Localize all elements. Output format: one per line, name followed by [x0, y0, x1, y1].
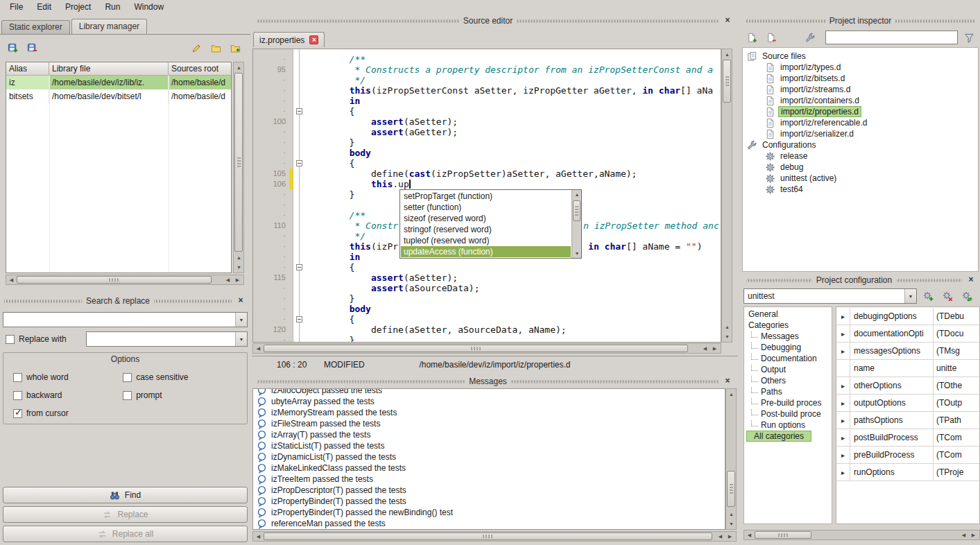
checkbox[interactable] [13, 409, 22, 418]
expand-arrow[interactable]: ▸ [836, 447, 850, 463]
property-row-debugingOptions[interactable]: ▸debugingOptions(TDebu [836, 308, 979, 325]
add-library-button[interactable] [4, 40, 21, 56]
message-item[interactable]: izMemoryStream passed the tests [253, 407, 725, 418]
completion-item[interactable]: setter (function) [401, 202, 571, 213]
property-row-messagesOptions[interactable]: ▸messagesOptions(TMsg [836, 343, 979, 360]
tree-node-file[interactable]: import/iz/containers.d [743, 95, 978, 106]
scroll-down-button[interactable]: ▼ [234, 263, 243, 272]
panel-grip[interactable] [154, 300, 232, 303]
menu-item-window[interactable]: Window [127, 1, 171, 12]
scroll-right-button[interactable]: ▶ [233, 275, 242, 284]
library-vscrollbar[interactable]: ▲ ▲ ▼ [233, 62, 244, 273]
message-item[interactable]: izPropertyBinder(T) passed the tests [253, 496, 725, 507]
property-row-documentationOpti[interactable]: ▸documentationOpti(TDocu [836, 325, 979, 343]
replace-button[interactable]: Replace [3, 506, 248, 523]
scroll-up-button[interactable]: ▲ [572, 190, 582, 199]
menu-item-edit[interactable]: Edit [30, 1, 58, 12]
scrollbar-thumb[interactable] [264, 533, 712, 540]
panel-grip[interactable] [895, 19, 974, 23]
replace-with-option[interactable]: Replace with [6, 334, 67, 344]
category-output[interactable]: Output [744, 364, 832, 375]
chevron-down-icon[interactable]: ▼ [904, 289, 916, 303]
editor-vscrollbar[interactable]: ▲ ▲ ▼ [721, 49, 732, 343]
expand-arrow[interactable]: ▸ [836, 395, 850, 411]
category-run-options[interactable]: Run options [744, 419, 832, 431]
category-post-build-proce[interactable]: Post-build proce [744, 408, 832, 419]
add-file-button[interactable] [743, 29, 760, 46]
fold-marker[interactable] [296, 264, 302, 270]
category-all-categories[interactable]: All categories [744, 431, 832, 442]
property-row-preBuildProcess[interactable]: ▸preBuildProcess(TCom [836, 447, 979, 464]
panel-grip[interactable] [896, 279, 962, 282]
message-item[interactable]: izStaticList(T) passed the tests [253, 440, 725, 451]
completion-item[interactable]: setPropTarget (function) [401, 191, 571, 202]
scrollbar-thumb[interactable] [723, 60, 731, 103]
tab-library-manager[interactable]: Library manager [71, 19, 147, 34]
filter-button[interactable] [961, 29, 977, 46]
replace-term-combobox[interactable]: ▼ [86, 331, 248, 347]
add-library-from-project-button[interactable] [227, 40, 243, 56]
checkbox[interactable] [13, 373, 22, 382]
message-item[interactable]: izArray(T) passed the tests [253, 429, 725, 440]
category-others[interactable]: Others [744, 375, 832, 386]
message-item[interactable]: izPropertyBinder(T) passed the newBindin… [253, 507, 725, 518]
configuration-hscrollbar[interactable]: ◀ ◀ ▶ [743, 530, 980, 540]
tree-node-configurations[interactable]: Configurations [743, 139, 978, 150]
tree-node-source-files[interactable]: Source files [743, 51, 978, 62]
panel-grip[interactable] [746, 279, 812, 282]
property-row-runOptions[interactable]: ▸runOptions(TProje [836, 464, 979, 481]
editor-hscrollbar[interactable]: ◀ ◀ ▶ [252, 343, 721, 354]
scroll-up-button[interactable]: ▲ [723, 50, 732, 59]
property-row-name[interactable]: nameunitte [836, 360, 979, 377]
expand-arrow[interactable]: ▸ [836, 377, 850, 394]
chevron-down-icon[interactable]: ▼ [235, 313, 247, 327]
property-row-otherOptions[interactable]: ▸otherOptions(TOthe [836, 377, 979, 395]
scroll-down-button[interactable]: ▼ [727, 519, 736, 528]
tree-node-configuration[interactable]: debug [743, 162, 978, 173]
column-header-sources-root[interactable]: Sources root [169, 62, 232, 75]
remove-file-button[interactable] [763, 29, 780, 46]
close-panel-button[interactable]: × [723, 377, 732, 386]
close-panel-button[interactable]: × [723, 16, 732, 26]
checkbox[interactable] [13, 391, 22, 400]
scroll-left-button[interactable]: ◀ [7, 275, 16, 284]
property-row-postBuildProcess[interactable]: ▸postBuildProcess(TCom [836, 429, 979, 447]
completion-item[interactable]: stringof (reserved word) [401, 224, 571, 235]
scroll-up-button[interactable]: ▲ [727, 390, 736, 399]
expand-arrow[interactable]: ▸ [836, 464, 850, 481]
search-term-combobox[interactable]: ▼ [3, 312, 248, 327]
library-hscrollbar[interactable]: ◀ ◀ ▶ [6, 275, 244, 285]
property-row-pathsOptions[interactable]: ▸pathsOptions(TPath [836, 412, 979, 429]
tree-node-file[interactable]: import/iz/serializer.d [743, 128, 978, 139]
open-library-file-button[interactable] [207, 40, 224, 56]
remove-library-button[interactable] [24, 40, 40, 56]
delete-configuration-button[interactable] [939, 288, 956, 304]
scroll-right-button[interactable]: ▶ [710, 344, 719, 353]
message-item[interactable]: izMakeLinkedClass passed the tests [253, 462, 725, 474]
checkbox[interactable] [123, 373, 132, 382]
expand-arrow[interactable]: ▸ [836, 325, 850, 342]
scrollbar-thumb[interactable] [234, 73, 243, 252]
tree-node-configuration[interactable]: unittest (active) [743, 173, 978, 184]
close-tab-button[interactable]: × [309, 35, 318, 44]
configuration-selector[interactable]: unittest ▼ [743, 288, 917, 304]
option-backward[interactable]: backward [13, 390, 123, 400]
tree-node-configuration[interactable]: release [743, 150, 978, 162]
project-tools-button[interactable] [802, 29, 818, 46]
fold-marker[interactable] [296, 316, 302, 322]
message-item[interactable]: izAllocObject passed the tests [253, 388, 725, 396]
category-categories[interactable]: Categories [744, 320, 832, 331]
category-pre-build-proces[interactable]: Pre-build proces [744, 397, 832, 408]
scroll-left-button[interactable]: ◀ [716, 532, 725, 541]
menu-item-run[interactable]: Run [98, 1, 127, 12]
panel-grip[interactable] [746, 19, 825, 23]
message-item[interactable]: referenceMan passed the tests [253, 518, 725, 529]
scroll-right-button[interactable]: ▶ [725, 532, 734, 541]
completion-item[interactable]: sizeof (reserved word) [401, 213, 571, 224]
menu-item-project[interactable]: Project [58, 1, 98, 12]
category-debugging[interactable]: Debugging [744, 342, 832, 353]
messages-vscrollbar[interactable]: ▲ ▲ ▼ [725, 388, 737, 530]
option-from-cursor[interactable]: from cursor [13, 408, 123, 418]
replace-with-checkbox[interactable] [6, 335, 15, 344]
code-editor[interactable]: · /**95 * Constructs a property descript… [252, 49, 721, 343]
